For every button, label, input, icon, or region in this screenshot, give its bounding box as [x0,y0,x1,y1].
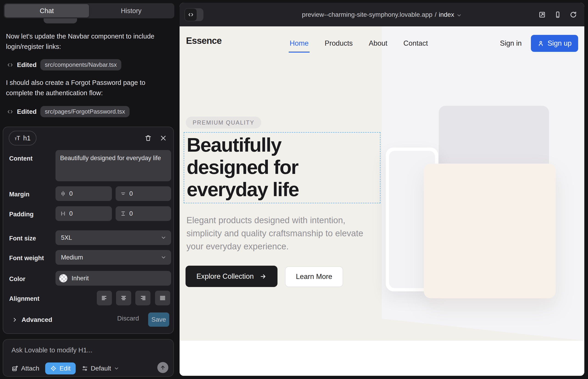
lovable-side-panel: Chat History Now let's update the Navbar… [0,0,179,379]
edited-label: Edited [17,108,37,115]
composer-input[interactable] [12,347,163,354]
align-center-button[interactable] [116,291,131,305]
advanced-toggle[interactable]: Advanced [12,316,52,323]
hero-heading-line: designed for [187,156,299,178]
app-window: Chat History Now let's update the Navbar… [0,0,588,379]
edit-mode-label: Edit [59,365,70,372]
alignment-label: Alignment [9,295,39,302]
chevron-right-icon [12,317,17,323]
nav-link-home[interactable]: Home [290,39,309,47]
font-weight-label: Font weight [9,255,44,262]
refresh-button[interactable] [568,10,578,20]
margin-vertical-input[interactable] [129,190,152,197]
content-label: Content [9,155,32,162]
color-select[interactable]: Inherit [56,271,171,286]
chevron-down-icon [160,235,167,241]
delete-element-button[interactable] [142,132,154,144]
chevron-down-icon [456,13,462,18]
sign-in-link[interactable]: Sign in [500,39,522,47]
padding-label: Padding [9,211,34,218]
tab-history[interactable]: History [89,4,173,17]
url-bar[interactable]: preview--charming-site-symphony.lovable.… [180,3,584,26]
edited-file-chip[interactable]: src/components/Navbar.tsx [40,59,122,70]
selected-element-pill[interactable]: тT h1 [9,131,36,145]
default-mode-label: Default [91,365,111,372]
explore-collection-label: Explore Collection [197,272,254,281]
site-logo[interactable]: Essence [186,35,221,46]
discard-button[interactable]: Discard [117,315,139,322]
chat-composer: Attach Edit Default [3,339,174,377]
chevron-down-icon [114,366,119,371]
close-icon [160,135,167,142]
padding-horizontal-input[interactable] [69,210,92,217]
hero-heading-line: Beautifully [187,134,299,156]
open-in-new-tab-button[interactable] [537,10,547,20]
padding-vertical-icon [120,211,126,217]
learn-more-button[interactable]: Learn More [285,266,343,287]
margin-horizontal-input[interactable] [69,190,92,197]
smartphone-icon [554,11,562,19]
element-tag-label: h1 [23,134,31,142]
attach-button[interactable]: Attach [12,365,39,372]
tab-chat[interactable]: Chat [5,4,89,17]
sign-up-button[interactable]: Sign up [531,35,578,52]
margin-label: Margin [9,191,30,198]
element-editor-panel: тT h1 Content Beautifully designed for e… [3,127,174,334]
align-right-button[interactable] [135,291,150,305]
close-editor-button[interactable] [157,132,169,144]
code-icon [7,109,13,115]
diagonal-accent [382,319,584,341]
sign-up-label: Sign up [547,39,572,47]
assistant-message: I should also create a Forgot Password p… [6,78,167,98]
explore-collection-button[interactable]: Explore Collection [186,266,278,287]
edited-label: Edited [17,61,37,69]
mobile-view-button[interactable] [553,10,563,20]
font-size-select[interactable]: 5XL [56,230,171,245]
assistant-message: Now let's update the Navbar component to… [6,31,167,52]
color-label: Color [9,276,25,283]
send-button[interactable] [157,362,168,373]
site-viewport: Essence Home Products About Contact Sign… [180,26,584,376]
trash-icon [144,134,152,142]
color-value: Inherit [72,275,89,282]
chevron-down-icon [160,254,167,260]
attach-label: Attach [21,365,39,372]
margin-horizontal-icon [60,191,66,197]
default-mode-dropdown[interactable]: Default [82,365,120,372]
nav-link-contact[interactable]: Contact [403,39,428,47]
padding-horizontal-field [56,206,112,221]
nav-link-products[interactable]: Products [325,39,353,47]
save-button[interactable]: Save [148,313,169,327]
font-weight-value: Medium [61,254,83,261]
edited-file-chip[interactable]: src/pages/ForgotPassword.tsx [40,106,130,117]
site-navbar: Essence Home Products About Contact Sign… [180,26,584,59]
align-justify-button[interactable] [155,291,170,305]
align-left-button[interactable] [97,291,112,305]
browser-actions [537,3,578,26]
hero-paragraph: Elegant products designed with intention… [186,214,372,253]
arrow-right-icon [260,273,266,280]
content-input[interactable]: Beautifully designed for everyday life [56,150,171,181]
sliders-icon [82,365,88,372]
font-size-value: 5XL [61,234,72,241]
hero-heading[interactable]: Beautifully designed for everyday life [187,134,299,201]
font-weight-select[interactable]: Medium [56,250,171,265]
file-edit-row: Edited src/pages/ForgotPassword.tsx [7,106,130,117]
external-link-icon [538,11,546,19]
nav-link-about[interactable]: About [369,39,387,47]
typography-icon: тT [15,135,20,142]
hero-badge: PREMIUM QUALITY [186,117,261,128]
decor-card-peach [424,164,556,298]
align-justify-icon [159,295,166,301]
margin-horizontal-field [56,186,112,201]
align-left-icon [101,295,108,301]
arrow-up-icon [160,364,166,371]
file-edit-row: Edited src/components/Navbar.tsx [7,59,121,70]
color-swatch [59,274,67,283]
padding-vertical-input[interactable] [129,210,152,217]
chat-history-tabs: Chat History [4,3,174,18]
composer-toolbar: Attach Edit Default [12,363,119,374]
edit-mode-button[interactable]: Edit [45,363,76,374]
target-icon [50,365,57,372]
padding-vertical-field [116,206,171,221]
